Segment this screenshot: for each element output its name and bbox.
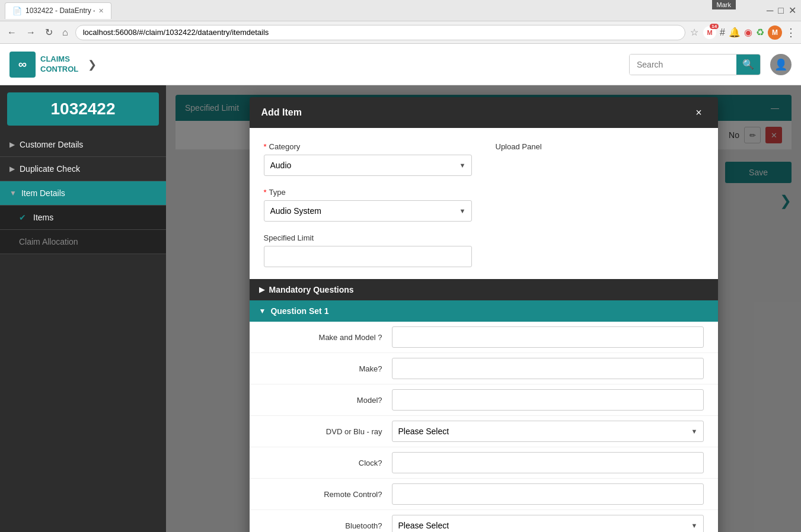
remote-label: Remote Control? <box>264 490 382 499</box>
mandatory-questions-label: Mandatory Questions <box>269 285 354 294</box>
browser-title-bar: Mark 📄 1032422 - DataEntry - It... ✕ ─ □… <box>0 0 801 21</box>
bluetooth-label: Bluetooth? <box>264 521 382 530</box>
chevron-down-icon: ▼ <box>9 189 17 197</box>
app-header: ∞ CLAIMS CONTROL ❯ 🔍 👤 <box>0 44 801 85</box>
bluetooth-select[interactable]: Please Select Yes No <box>392 515 704 532</box>
browser-address-bar: ← → ↻ ⌂ ☆ M 14 # 🔔 ◉ ♻ M ⋮ <box>0 21 801 44</box>
bluetooth-field: Please Select Yes No <box>392 515 704 532</box>
question-row-bluetooth: Bluetooth? Please Select Yes No <box>250 510 718 532</box>
category-group: *Category Audio <box>264 142 472 176</box>
ext3-icon: ◉ <box>744 27 752 38</box>
ext4-icon: ♻ <box>756 27 764 38</box>
tab-title: 1032422 - DataEntry - It... <box>25 7 95 15</box>
modal-close-button[interactable]: × <box>692 105 706 120</box>
specified-limit-form-label: Specified Limit <box>264 233 472 242</box>
clock-label: Clock? <box>264 459 382 467</box>
type-row: *Type Audio System <box>264 188 704 222</box>
modal-body: *Category Audio Upload Panel <box>250 128 718 532</box>
refresh-button[interactable]: ↻ <box>43 25 55 39</box>
maximize-button[interactable]: □ <box>778 6 784 15</box>
window-close-button[interactable]: ✕ <box>789 6 796 15</box>
remote-field <box>392 483 704 505</box>
modal-title: Add Item <box>261 107 302 118</box>
make-model-field <box>392 326 704 348</box>
specified-limit-input[interactable] <box>264 246 472 267</box>
app-container: ∞ CLAIMS CONTROL ❯ 🔍 👤 1032422 ▶ Custome… <box>0 44 801 532</box>
right-content: Specified Limit — No ✏ ✕ Save ❯ <box>166 85 801 532</box>
sidebar: 1032422 ▶ Customer Details ▶ Duplicate C… <box>0 85 166 532</box>
search-input[interactable] <box>630 55 736 75</box>
home-button[interactable]: ⌂ <box>60 26 71 39</box>
sidebar-label-items: Items <box>33 213 53 222</box>
make-input[interactable] <box>392 358 704 379</box>
browser-extension-icons: M 14 # 🔔 ◉ ♻ M ⋮ <box>703 25 796 40</box>
add-item-modal: Add Item × *Category <box>250 97 718 532</box>
make-model-input[interactable] <box>392 326 704 348</box>
sidebar-label-claim-allocation: Claim Allocation <box>19 237 78 246</box>
user-profile-icon[interactable]: 👤 <box>770 54 792 75</box>
model-label: Model? <box>264 396 382 405</box>
sidebar-item-items[interactable]: ✔ Items <box>0 206 166 230</box>
browser-menu-button[interactable]: ⋮ <box>786 26 796 39</box>
user-label: Mark <box>712 0 736 9</box>
category-select[interactable]: Audio <box>264 155 472 176</box>
specified-limit-group: Specified Limit <box>264 233 472 267</box>
search-button[interactable]: 🔍 <box>736 55 760 75</box>
modal-overlay: Add Item × *Category <box>166 85 801 532</box>
window-controls: ─ □ ✕ <box>767 6 796 15</box>
dvd-select[interactable]: Please Select Yes No <box>392 421 704 442</box>
modal-header: Add Item × <box>250 97 718 128</box>
logo-text: CLAIMS CONTROL <box>40 55 78 75</box>
dvd-label: DVD or Blu - ray <box>264 427 382 436</box>
model-field <box>392 389 704 411</box>
question-row-dvd: DVD or Blu - ray Please Select Yes No <box>250 416 718 447</box>
tab-close-button[interactable]: ✕ <box>98 7 104 15</box>
chevron-right-icon: ▶ <box>9 140 15 149</box>
category-row: *Category Audio Upload Panel <box>264 142 704 176</box>
mandatory-questions-header[interactable]: ▶ Mandatory Questions <box>250 279 718 300</box>
dvd-select-wrapper: Please Select Yes No <box>392 421 704 442</box>
category-label: *Category <box>264 142 472 151</box>
specified-limit-row: Specified Limit <box>264 233 704 267</box>
model-input[interactable] <box>392 389 704 411</box>
bookmark-icon[interactable]: ☆ <box>690 27 698 38</box>
sidebar-item-item-details[interactable]: ▼ Item Details <box>0 181 166 206</box>
type-label: *Type <box>264 188 472 197</box>
upload-panel-group: Upload Panel <box>496 142 704 176</box>
sidebar-item-duplicate-check[interactable]: ▶ Duplicate Check <box>0 157 166 181</box>
ext1-icon: # <box>720 27 725 38</box>
remote-input[interactable] <box>392 483 704 505</box>
questions-section: Make and Model ? Make? <box>250 322 718 532</box>
forward-button[interactable]: → <box>24 26 38 39</box>
gmail-icon: M 14 <box>703 26 716 39</box>
browser-profile-icon[interactable]: M <box>768 25 782 40</box>
minimize-button[interactable]: ─ <box>767 6 773 15</box>
back-button[interactable]: ← <box>5 26 19 39</box>
browser-tab[interactable]: 📄 1032422 - DataEntry - It... ✕ <box>5 2 111 19</box>
type-group: *Type Audio System <box>264 188 472 222</box>
check-icon: ✔ <box>19 213 26 222</box>
question-row-make: Make? <box>250 353 718 384</box>
address-input[interactable] <box>75 25 685 40</box>
sidebar-item-claim-allocation[interactable]: Claim Allocation <box>0 230 166 254</box>
type-select[interactable]: Audio System <box>264 200 472 222</box>
menu-toggle-button[interactable]: ❯ <box>88 58 97 71</box>
sidebar-item-customer-details[interactable]: ▶ Customer Details <box>0 133 166 157</box>
question-row-clock: Clock? <box>250 447 718 479</box>
logo-area: ∞ CLAIMS CONTROL <box>9 52 78 78</box>
type-spacer <box>496 188 704 222</box>
sidebar-label-item-details: Item Details <box>21 188 65 198</box>
question-set-chevron-down-icon: ▼ <box>259 307 266 315</box>
clock-field <box>392 452 704 473</box>
make-label: Make? <box>264 364 382 373</box>
make-field <box>392 358 704 379</box>
dvd-field: Please Select Yes No <box>392 421 704 442</box>
question-set-label: Question Set 1 <box>270 306 328 316</box>
type-select-wrapper: Audio System <box>264 200 472 222</box>
chevron-right-icon: ▶ <box>9 165 15 173</box>
tab-favicon: 📄 <box>12 7 22 15</box>
question-set-header[interactable]: ▼ Question Set 1 <box>250 300 718 322</box>
clock-input[interactable] <box>392 452 704 473</box>
claim-id: 1032422 <box>7 92 159 126</box>
ext2-icon: 🔔 <box>729 27 741 38</box>
